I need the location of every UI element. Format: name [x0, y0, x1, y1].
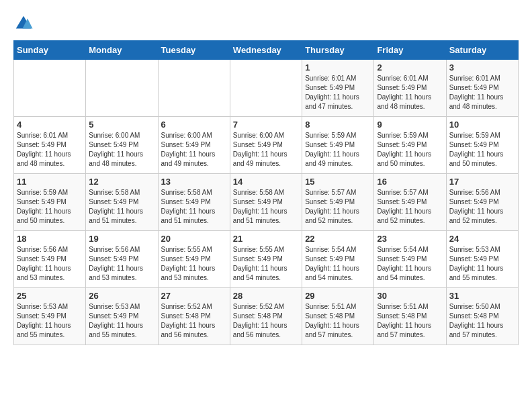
day-info: Sunrise: 6:01 AM Sunset: 5:49 PM Dayligh… — [17, 131, 83, 169]
day-number: 13 — [161, 177, 227, 187]
day-number: 16 — [377, 177, 443, 187]
calendar-cell: 17Sunrise: 5:56 AM Sunset: 5:49 PM Dayli… — [446, 174, 518, 231]
day-info: Sunrise: 5:54 AM Sunset: 5:49 PM Dayligh… — [305, 245, 371, 283]
day-info: Sunrise: 5:55 AM Sunset: 5:49 PM Dayligh… — [233, 245, 299, 283]
day-info: Sunrise: 5:56 AM Sunset: 5:49 PM Dayligh… — [17, 245, 83, 283]
calendar-cell: 13Sunrise: 5:58 AM Sunset: 5:49 PM Dayli… — [158, 174, 230, 231]
day-info: Sunrise: 5:59 AM Sunset: 5:49 PM Dayligh… — [305, 131, 371, 169]
calendar-table: SundayMondayTuesdayWednesdayThursdayFrid… — [13, 40, 519, 345]
day-info: Sunrise: 5:56 AM Sunset: 5:49 PM Dayligh… — [89, 245, 154, 283]
day-info: Sunrise: 6:00 AM Sunset: 5:49 PM Dayligh… — [233, 131, 299, 169]
day-info: Sunrise: 5:58 AM Sunset: 5:49 PM Dayligh… — [161, 188, 227, 226]
weekday-wednesday: Wednesday — [230, 41, 302, 60]
calendar-cell: 2Sunrise: 6:01 AM Sunset: 5:49 PM Daylig… — [374, 60, 446, 117]
weekday-header-row: SundayMondayTuesdayWednesdayThursdayFrid… — [14, 41, 519, 60]
calendar-header: SundayMondayTuesdayWednesdayThursdayFrid… — [14, 41, 519, 60]
day-number: 14 — [233, 177, 299, 187]
day-info: Sunrise: 6:01 AM Sunset: 5:49 PM Dayligh… — [377, 74, 443, 111]
day-number: 11 — [17, 177, 83, 187]
calendar-cell: 4Sunrise: 6:01 AM Sunset: 5:49 PM Daylig… — [14, 117, 86, 174]
day-info: Sunrise: 6:01 AM Sunset: 5:49 PM Dayligh… — [449, 74, 515, 111]
day-info: Sunrise: 5:52 AM Sunset: 5:48 PM Dayligh… — [161, 302, 227, 340]
calendar-cell: 5Sunrise: 6:00 AM Sunset: 5:49 PM Daylig… — [86, 117, 158, 174]
calendar-cell — [158, 60, 230, 117]
day-info: Sunrise: 5:57 AM Sunset: 5:49 PM Dayligh… — [377, 188, 443, 226]
day-info: Sunrise: 5:51 AM Sunset: 5:48 PM Dayligh… — [377, 302, 443, 340]
day-number: 5 — [89, 120, 154, 130]
day-info: Sunrise: 6:00 AM Sunset: 5:49 PM Dayligh… — [89, 131, 154, 169]
calendar-cell: 1Sunrise: 6:01 AM Sunset: 5:49 PM Daylig… — [302, 60, 374, 117]
weekday-saturday: Saturday — [446, 41, 518, 60]
day-info: Sunrise: 5:59 AM Sunset: 5:49 PM Dayligh… — [17, 188, 83, 226]
day-number: 1 — [305, 62, 371, 73]
day-number: 9 — [377, 120, 443, 130]
day-number: 20 — [161, 234, 227, 244]
day-number: 7 — [233, 120, 299, 130]
day-info: Sunrise: 5:52 AM Sunset: 5:48 PM Dayligh… — [233, 302, 299, 340]
day-info: Sunrise: 5:53 AM Sunset: 5:49 PM Dayligh… — [17, 302, 83, 340]
calendar-week-2: 4Sunrise: 6:01 AM Sunset: 5:49 PM Daylig… — [14, 117, 519, 174]
calendar-cell — [86, 60, 158, 117]
day-number: 15 — [305, 177, 371, 187]
day-number: 30 — [377, 291, 443, 301]
day-number: 25 — [17, 291, 83, 301]
weekday-monday: Monday — [86, 41, 158, 60]
calendar-cell: 21Sunrise: 5:55 AM Sunset: 5:49 PM Dayli… — [230, 231, 302, 288]
day-info: Sunrise: 5:53 AM Sunset: 5:49 PM Dayligh… — [449, 245, 515, 283]
day-info: Sunrise: 5:55 AM Sunset: 5:49 PM Dayligh… — [161, 245, 227, 283]
calendar-cell: 11Sunrise: 5:59 AM Sunset: 5:49 PM Dayli… — [14, 174, 86, 231]
calendar-cell: 9Sunrise: 5:59 AM Sunset: 5:49 PM Daylig… — [374, 117, 446, 174]
day-info: Sunrise: 5:59 AM Sunset: 5:49 PM Dayligh… — [449, 131, 515, 169]
day-number: 24 — [449, 234, 515, 244]
day-number: 2 — [377, 62, 443, 73]
weekday-sunday: Sunday — [14, 41, 86, 60]
day-number: 21 — [233, 234, 299, 244]
calendar-cell: 28Sunrise: 5:52 AM Sunset: 5:48 PM Dayli… — [230, 288, 302, 345]
calendar-cell — [230, 60, 302, 117]
calendar-cell: 23Sunrise: 5:54 AM Sunset: 5:49 PM Dayli… — [374, 231, 446, 288]
calendar-cell: 15Sunrise: 5:57 AM Sunset: 5:49 PM Dayli… — [302, 174, 374, 231]
calendar-cell: 30Sunrise: 5:51 AM Sunset: 5:48 PM Dayli… — [374, 288, 446, 345]
day-number: 4 — [17, 120, 83, 130]
calendar-cell: 6Sunrise: 6:00 AM Sunset: 5:49 PM Daylig… — [158, 117, 230, 174]
weekday-friday: Friday — [374, 41, 446, 60]
day-number: 27 — [161, 291, 227, 301]
calendar-cell: 3Sunrise: 6:01 AM Sunset: 5:49 PM Daylig… — [446, 60, 518, 117]
calendar-cell: 19Sunrise: 5:56 AM Sunset: 5:49 PM Dayli… — [86, 231, 158, 288]
day-info: Sunrise: 5:56 AM Sunset: 5:49 PM Dayligh… — [449, 188, 515, 226]
day-info: Sunrise: 5:51 AM Sunset: 5:48 PM Dayligh… — [305, 302, 371, 340]
day-number: 3 — [449, 62, 515, 73]
day-number: 17 — [449, 177, 515, 187]
calendar-cell: 7Sunrise: 6:00 AM Sunset: 5:49 PM Daylig… — [230, 117, 302, 174]
weekday-tuesday: Tuesday — [158, 41, 230, 60]
day-number: 23 — [377, 234, 443, 244]
day-info: Sunrise: 6:00 AM Sunset: 5:49 PM Dayligh… — [161, 131, 227, 169]
calendar-cell: 18Sunrise: 5:56 AM Sunset: 5:49 PM Dayli… — [14, 231, 86, 288]
calendar-cell: 10Sunrise: 5:59 AM Sunset: 5:49 PM Dayli… — [446, 117, 518, 174]
calendar-cell: 20Sunrise: 5:55 AM Sunset: 5:49 PM Dayli… — [158, 231, 230, 288]
calendar-body: 1Sunrise: 6:01 AM Sunset: 5:49 PM Daylig… — [14, 60, 519, 345]
day-info: Sunrise: 5:54 AM Sunset: 5:49 PM Dayligh… — [377, 245, 443, 283]
day-info: Sunrise: 5:59 AM Sunset: 5:49 PM Dayligh… — [377, 131, 443, 169]
page-header — [13, 13, 519, 34]
calendar-week-4: 18Sunrise: 5:56 AM Sunset: 5:49 PM Dayli… — [14, 231, 519, 288]
calendar-cell: 27Sunrise: 5:52 AM Sunset: 5:48 PM Dayli… — [158, 288, 230, 345]
calendar-cell: 24Sunrise: 5:53 AM Sunset: 5:49 PM Dayli… — [446, 231, 518, 288]
calendar-cell: 29Sunrise: 5:51 AM Sunset: 5:48 PM Dayli… — [302, 288, 374, 345]
day-info: Sunrise: 5:57 AM Sunset: 5:49 PM Dayligh… — [305, 188, 371, 226]
calendar-cell: 22Sunrise: 5:54 AM Sunset: 5:49 PM Dayli… — [302, 231, 374, 288]
calendar-cell: 25Sunrise: 5:53 AM Sunset: 5:49 PM Dayli… — [14, 288, 86, 345]
day-number: 10 — [449, 120, 515, 130]
day-number: 26 — [89, 291, 154, 301]
day-info: Sunrise: 6:01 AM Sunset: 5:49 PM Dayligh… — [305, 74, 371, 111]
day-number: 22 — [305, 234, 371, 244]
calendar-cell: 26Sunrise: 5:53 AM Sunset: 5:49 PM Dayli… — [86, 288, 158, 345]
day-info: Sunrise: 5:58 AM Sunset: 5:49 PM Dayligh… — [233, 188, 299, 226]
calendar-week-3: 11Sunrise: 5:59 AM Sunset: 5:49 PM Dayli… — [14, 174, 519, 231]
calendar-week-5: 25Sunrise: 5:53 AM Sunset: 5:49 PM Dayli… — [14, 288, 519, 345]
weekday-thursday: Thursday — [302, 41, 374, 60]
calendar-cell: 8Sunrise: 5:59 AM Sunset: 5:49 PM Daylig… — [302, 117, 374, 174]
day-number: 6 — [161, 120, 227, 130]
day-number: 12 — [89, 177, 154, 187]
day-number: 31 — [449, 291, 515, 301]
